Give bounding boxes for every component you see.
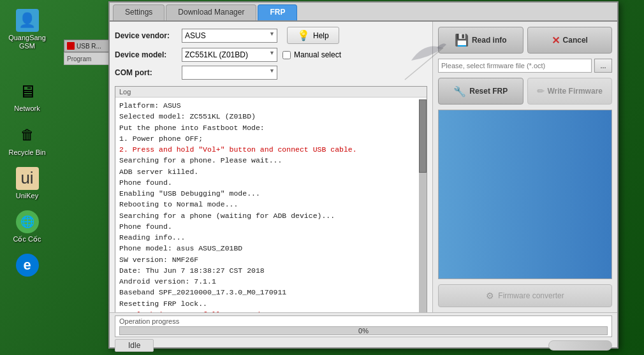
log-line-8: Phone found. [119,177,423,188]
right-panel: 💾 Read info ✕ Cancel ... [432,22,617,312]
manual-select-checkbox[interactable] [282,51,291,59]
progress-label: Operation progress [119,317,608,325]
taskbar-usb-button[interactable]: USB R... [64,40,112,52]
log-line-12: Phone found. [119,221,423,232]
log-line-14: Phone model: asus ASUS_Z01BD [119,243,423,254]
progress-text: 0% [358,327,369,335]
log-line-18: Baseband SPF_20210000_17.3.0_M0_170911 [119,287,423,298]
log-line-13: Reading info... [119,232,423,243]
log-scrollbar[interactable] [419,99,427,312]
log-header: Log [115,87,427,98]
log-line-10: Rebooting to Normal mode... [119,199,423,210]
browse-label: ... [600,62,606,69]
vendor-select[interactable]: ASUS [182,29,277,43]
desktop-icon-network[interactable]: 🖥 Network [5,77,50,115]
log-line-6: Searching for a phone. Please wait... [119,155,423,166]
write-firmware-button[interactable]: ✏ Write Firmware [527,78,613,105]
progress-bar-container: 0% [119,326,608,335]
help-button[interactable]: 💡 Help [287,27,339,44]
port-select-wrapper[interactable] [182,66,277,80]
browse-button[interactable]: ... [594,59,612,73]
vendor-row: Device vendor: ASUS 💡 Help [115,27,427,44]
log-container: Log Platform: ASUS Selected model: ZC551… [115,86,427,312]
app-window: Settings Download Manager FRP Device ven… [108,1,618,349]
bottom-bar: Operation progress 0% Idle [110,312,617,347]
usb-label: USB R... [77,43,101,50]
top-buttons-row: 💾 Read info ✕ Cancel [438,27,612,54]
blue-panel [438,110,612,279]
tab-download-manager[interactable]: Download Manager [166,4,256,20]
cancel-button[interactable]: ✕ Cancel [527,27,613,54]
tab-settings[interactable]: Settings [113,4,165,20]
cococ-icon: 🌐 [16,210,39,233]
model-row: Device model: ZC551KL (Z01BD) Manual sel… [115,48,427,62]
left-panel: Device vendor: ASUS 💡 Help Device model: [110,22,432,312]
log-line-20: FRP lock is successfully reseted! [119,309,423,312]
firmware-input[interactable] [438,59,592,73]
manual-select-label: Manual select [294,50,341,59]
unikey-icon: ui [16,167,39,190]
log-content[interactable]: Platform: ASUS Selected model: ZC551KL (… [115,98,427,312]
log-line-11: Searching for a phone (waiting for ADB d… [119,210,423,221]
log-line-1: Platform: ASUS [119,100,423,111]
reset-frp-label: Reset FRP [469,87,508,96]
log-line-4: 1. Power phone OFF; [119,133,423,144]
read-info-label: Read info [472,36,507,45]
read-info-button[interactable]: 💾 Read info [438,27,523,54]
progress-section: Operation progress 0% [115,315,612,337]
unikey-label: UniKey [16,192,38,200]
log-line-16: Date: Thu Jun 7 18:38:27 CST 2018 [119,265,423,276]
vendor-label: Device vendor: [115,31,182,40]
vendor-select-wrapper[interactable]: ASUS [182,29,277,43]
log-header-label: Log [119,88,131,96]
firmware-input-row: ... [438,59,612,73]
window-content: Device vendor: ASUS 💡 Help Device model: [110,22,617,312]
log-line-3: Put the phone into Fastboot Mode: [119,122,423,133]
tab-bar: Settings Download Manager FRP [110,3,617,22]
middle-buttons-row: 🔧 Reset FRP ✏ Write Firmware [438,78,612,105]
desktop-icon-quangsang[interactable]: 👤 QuangSang GSM [5,6,50,53]
firmware-converter-button[interactable]: ⚙ Firmware converter [438,284,612,307]
taskbar-program-button[interactable]: Program [64,52,112,65]
help-label: Help [313,31,329,40]
recycle-icon: 🗑 [16,124,39,147]
port-label: COM port: [115,68,182,77]
desktop-icon-recycle[interactable]: 🗑 Recycle Bin [5,121,50,159]
log-line-9: Enabling "USB Debugging" mode... [119,188,423,199]
status-text: Idle [115,339,154,352]
desktop-icon-cococ[interactable]: 🌐 Cốc Cốc [5,208,50,246]
log-line-15: SW version: NMF26F [119,254,423,265]
reset-frp-button[interactable]: 🔧 Reset FRP [438,78,523,105]
log-line-5: 2. Press and hold "Vol+" button and conn… [119,144,423,155]
log-line-17: Android version: 7.1.1 [119,276,423,287]
firmware-converter-label: Firmware converter [498,291,564,300]
log-line-7: ADB server killed. [119,166,423,177]
progress-label-text: Operation progress [119,317,179,325]
cancel-label: Cancel [563,36,588,45]
write-firmware-label: Write Firmware [548,87,603,96]
quangsang-label: QuangSang GSM [8,34,47,50]
desktop: 👤 QuangSang GSM 🖥 Network 🗑 Recycle Bin … [0,0,644,355]
manual-select-row: Manual select [282,50,341,59]
network-label: Network [14,105,40,113]
quangsang-icon: 👤 [16,9,39,32]
usb-indicator [548,340,612,351]
cococ-label: Cốc Cốc [13,235,41,243]
model-select-wrapper[interactable]: ZC551KL (Z01BD) [182,48,277,62]
log-line-19: Resetting FRP lock.. [119,298,423,309]
network-icon: 🖥 [16,80,39,103]
model-select[interactable]: ZC551KL (Z01BD) [182,48,277,62]
model-label: Device model: [115,50,182,59]
tab-frp[interactable]: FRP [258,4,297,20]
log-line-2: Selected model: ZC551KL (Z01BD) [119,111,423,122]
desktop-icons: 👤 QuangSang GSM 🖥 Network 🗑 Recycle Bin … [0,0,54,355]
recycle-label: Recycle Bin [8,149,45,157]
com-port-row: COM port: [115,66,427,80]
desktop-icon-unikey[interactable]: ui UniKey [5,164,50,203]
status-row: Idle [115,339,612,352]
desktop-icon-edge[interactable]: e [5,251,50,281]
program-label: Program [67,55,91,62]
edge-icon: e [16,254,39,277]
port-select[interactable] [182,66,277,80]
